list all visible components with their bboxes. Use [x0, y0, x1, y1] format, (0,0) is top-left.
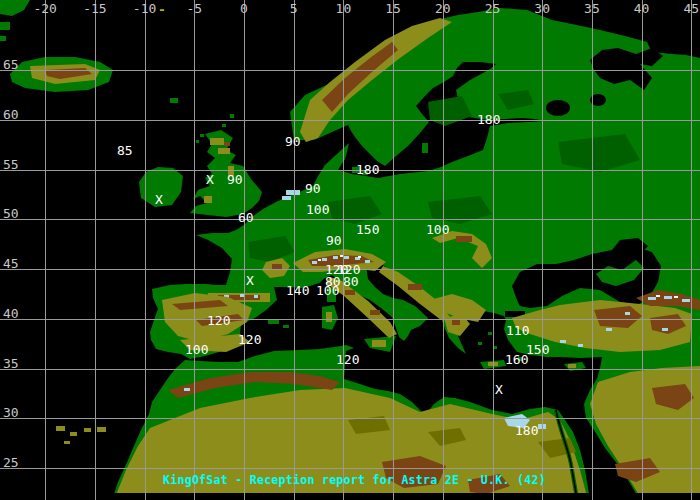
lat-label: 50	[3, 207, 19, 220]
europe-terrain-map	[0, 0, 700, 500]
reception-value-label: 100	[426, 223, 449, 236]
lat-label: 55	[3, 158, 19, 171]
reception-value-label: 110	[506, 324, 529, 337]
x-mark: X	[246, 274, 254, 287]
bottom-edge-strip	[0, 493, 700, 500]
reception-value-label: 140	[286, 284, 309, 297]
map-title: KingOfSat - Reception report for Astra 2…	[163, 473, 546, 487]
lon-label: -5	[186, 2, 202, 15]
reception-value-label: 85	[117, 144, 133, 157]
lat-label: 30	[3, 406, 19, 419]
reception-value-label: 180	[356, 163, 379, 176]
reception-value-label: 100	[306, 203, 329, 216]
lon-label: 40	[634, 2, 650, 15]
reception-value-label: 180	[477, 113, 500, 126]
reception-value-label: 150	[526, 343, 549, 356]
lat-label: 60	[3, 108, 19, 121]
lon-label: 35	[584, 2, 600, 15]
lon-label: -20	[33, 2, 56, 15]
reception-value-label: 160	[505, 353, 528, 366]
lon-label: 15	[385, 2, 401, 15]
lon-label: 25	[485, 2, 501, 15]
lon-label: 20	[435, 2, 451, 15]
reception-value-label: 150	[356, 223, 379, 236]
lat-label: 35	[3, 357, 19, 370]
lat-label: 65	[3, 58, 19, 71]
lat-label: 45	[3, 257, 19, 270]
lon-label: 30	[534, 2, 550, 15]
reception-value-label: 180	[515, 424, 538, 437]
reception-value-label: 120	[238, 333, 261, 346]
reception-value-label: 90	[285, 135, 301, 148]
reception-value-label: 90	[326, 234, 342, 247]
reception-value-label: 90	[227, 173, 243, 186]
lake-ladoga	[546, 100, 570, 116]
x-mark: X	[206, 173, 214, 186]
reception-value-label: 80	[343, 275, 359, 288]
lon-label: 5	[290, 2, 298, 15]
lon-label: 10	[336, 2, 352, 15]
reception-value-label: 90	[305, 182, 321, 195]
x-mark: X	[495, 383, 503, 396]
lon-label: -10	[133, 2, 156, 15]
reception-value-label: 100	[185, 343, 208, 356]
lon-label: -15	[83, 2, 106, 15]
x-mark: X	[155, 193, 163, 206]
lat-label: 25	[3, 456, 19, 469]
reception-map-screen: -20-15-10-5051015202530354045 6560555045…	[0, 0, 700, 500]
reception-value-label: 120	[336, 353, 359, 366]
reception-value-label: 60	[238, 211, 254, 224]
lon-label: 0	[240, 2, 248, 15]
reception-value-label: 120	[207, 314, 230, 327]
reception-value-label: 100	[316, 284, 339, 297]
lon-label: 45	[683, 2, 699, 15]
yellow-dash-marker: -	[158, 3, 166, 16]
lat-label: 40	[3, 307, 19, 320]
